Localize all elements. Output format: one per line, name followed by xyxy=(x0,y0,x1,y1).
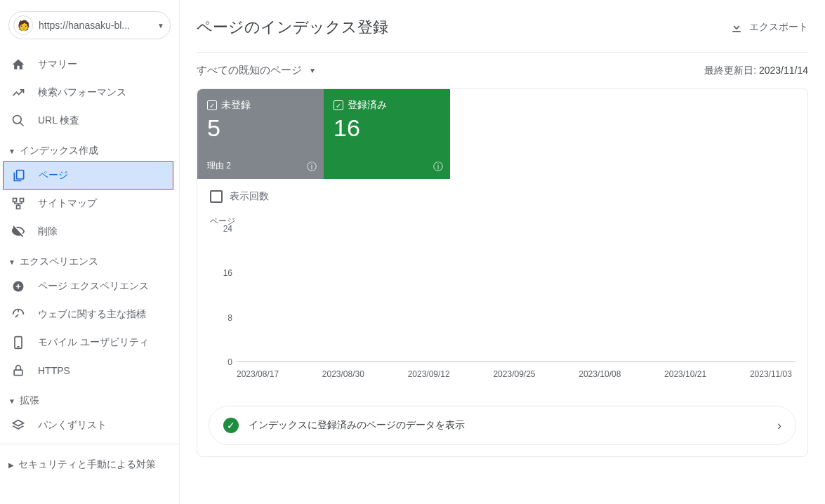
site-selector[interactable]: 🧑 https://hanasaku-bl... ▼ xyxy=(8,11,171,39)
sidebar-item-label: モバイル ユーザビリティ xyxy=(38,336,149,349)
export-button[interactable]: エクスポート xyxy=(730,20,808,34)
sidebar-item-mobile-usability[interactable]: モバイル ユーザビリティ xyxy=(0,329,173,357)
sidebar-item-label: HTTPS xyxy=(38,365,70,376)
banner-text: インデックスに登録済みのページのデータを表示 xyxy=(249,419,767,432)
help-icon[interactable]: ⓘ xyxy=(307,161,317,173)
section-title: エクスペリエンス xyxy=(20,256,98,268)
svg-point-0 xyxy=(13,116,22,124)
tab-label: 未登録 xyxy=(221,99,251,112)
chevron-down-icon: ▼ xyxy=(8,147,15,155)
checkbox-icon xyxy=(334,100,343,110)
chart-yaxis: 081624 xyxy=(210,229,237,362)
section-title: 拡張 xyxy=(20,394,39,407)
chevron-down-icon: ▼ xyxy=(8,258,15,266)
sidebar-item-label: ウェブに関する主な指標 xyxy=(38,308,146,321)
pages-icon xyxy=(12,168,26,183)
help-icon[interactable]: ⓘ xyxy=(433,161,443,173)
sidebar-item-label: URL 検査 xyxy=(38,114,79,127)
speed-icon xyxy=(11,307,25,321)
tab-label: 登録済み xyxy=(348,99,387,112)
sidebar-item-url-inspect[interactable]: URL 検査 xyxy=(0,107,173,135)
sidebar-section-enhancements[interactable]: ▼ 拡張 xyxy=(0,385,179,411)
sidebar-item-label: パンくずリスト xyxy=(38,419,107,432)
sidebar-section-security[interactable]: ▶ セキュリティと手動による対策 xyxy=(0,449,179,475)
site-avatar-icon: 🧑 xyxy=(13,15,33,35)
sidebar-section-indexing[interactable]: ▼ インデックス作成 xyxy=(0,135,179,161)
sidebar-item-pages[interactable]: ページ xyxy=(3,161,173,190)
section-title: セキュリティと手動による対策 xyxy=(18,458,156,471)
checkbox-empty-icon xyxy=(210,190,223,203)
check-circle-icon: ✓ xyxy=(223,418,239,433)
tab-indexed[interactable]: 登録済み 16 ⓘ xyxy=(324,89,450,179)
sidebar-item-label: 検索パフォーマンス xyxy=(38,86,126,99)
svg-marker-10 xyxy=(13,420,24,426)
sidebar-item-core-web-vitals[interactable]: ウェブに関する主な指標 xyxy=(0,300,173,329)
page-title: ページのインデックス登録 xyxy=(197,17,388,38)
layers-icon xyxy=(11,418,25,432)
svg-rect-2 xyxy=(17,171,24,180)
checkbox-icon xyxy=(207,100,217,110)
svg-line-1 xyxy=(20,123,24,126)
search-icon xyxy=(11,114,25,128)
svg-rect-3 xyxy=(13,199,17,202)
section-title: インデックス作成 xyxy=(20,145,98,157)
sidebar-item-page-experience[interactable]: ページ エクスペリエンス xyxy=(0,272,173,300)
page-header: ページのインデックス登録 エクスポート xyxy=(197,11,808,52)
chart-card: 未登録 5 理由 2 ⓘ 登録済み 16 ⓘ 表示回数 ページ 081624 xyxy=(197,88,808,457)
chevron-down-icon: ▼ xyxy=(8,397,15,405)
status-tabs: 未登録 5 理由 2 ⓘ 登録済み 16 ⓘ xyxy=(197,89,807,179)
filter-row: すべての既知のページ ▼ 最終更新日: 2023/11/14 xyxy=(197,52,808,88)
home-icon xyxy=(11,58,25,72)
chart-ylabel: ページ xyxy=(210,215,795,227)
chevron-right-icon: › xyxy=(777,418,781,433)
tab-subtitle: 理由 2 xyxy=(207,160,231,172)
sidebar-section-experience[interactable]: ▼ エクスペリエンス xyxy=(0,246,179,272)
export-label: エクスポート xyxy=(749,21,808,34)
tab-not-indexed[interactable]: 未登録 5 理由 2 ⓘ xyxy=(197,89,324,179)
sidebar: 🧑 https://hanasaku-bl... ▼ サマリー 検索パフォーマン… xyxy=(0,0,180,504)
chevron-right-icon: ▶ xyxy=(8,461,14,469)
sidebar-item-sitemaps[interactable]: サイトマップ xyxy=(0,190,173,218)
main: ページのインデックス登録 エクスポート すべての既知のページ ▼ 最終更新日: … xyxy=(180,0,825,504)
sidebar-item-label: ページ エクスペリエンス xyxy=(38,280,149,293)
chart-plot xyxy=(237,229,795,362)
sitemap-icon xyxy=(11,197,25,211)
visibility-off-icon xyxy=(11,225,25,239)
filter-label: すべての既知のページ xyxy=(197,64,302,77)
sidebar-item-label: サイトマップ xyxy=(38,197,97,210)
chevron-down-icon: ▼ xyxy=(309,67,316,74)
lock-icon xyxy=(11,364,25,378)
download-icon xyxy=(730,20,744,34)
site-url: https://hanasaku-bl... xyxy=(39,20,152,31)
page-filter[interactable]: すべての既知のページ ▼ xyxy=(197,64,316,77)
impressions-toggle[interactable]: 表示回数 xyxy=(197,179,807,203)
sidebar-item-breadcrumbs[interactable]: パンくずリスト xyxy=(0,411,173,439)
tab-value: 16 xyxy=(334,114,440,142)
mobile-icon xyxy=(11,336,25,350)
chart: ページ 081624 2023/08/172023/08/302023/09/1… xyxy=(197,203,807,394)
view-indexed-data-banner[interactable]: ✓ インデックスに登録済みのページのデータを表示 › xyxy=(209,406,796,445)
sidebar-item-https[interactable]: HTTPS xyxy=(0,357,173,385)
last-updated: 最終更新日: 2023/11/14 xyxy=(704,65,808,77)
trending-icon xyxy=(11,86,25,100)
svg-rect-9 xyxy=(14,370,22,376)
chart-xaxis: 2023/08/172023/08/302023/09/122023/09/25… xyxy=(237,369,795,379)
impressions-label: 表示回数 xyxy=(230,190,269,203)
svg-rect-4 xyxy=(20,199,24,202)
svg-rect-5 xyxy=(17,206,20,209)
sidebar-item-label: ページ xyxy=(39,169,68,182)
sidebar-item-label: サマリー xyxy=(38,58,77,71)
sidebar-item-removals[interactable]: 削除 xyxy=(0,218,173,246)
sidebar-item-summary[interactable]: サマリー xyxy=(0,51,173,79)
tab-value: 5 xyxy=(207,114,314,142)
chevron-down-icon: ▼ xyxy=(157,22,164,29)
sidebar-item-label: 削除 xyxy=(38,225,58,238)
sidebar-item-performance[interactable]: 検索パフォーマンス xyxy=(0,79,173,107)
plus-circle-icon xyxy=(11,279,25,293)
